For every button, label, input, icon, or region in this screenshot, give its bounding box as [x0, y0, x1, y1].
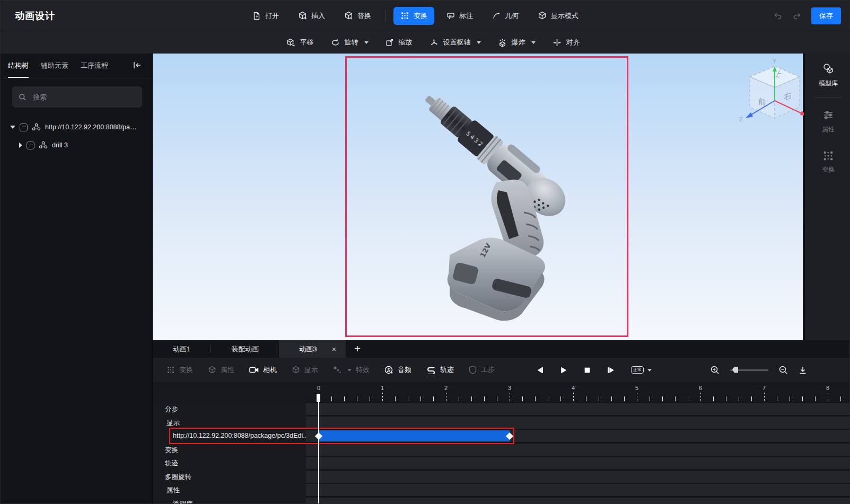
- transform-button[interactable]: 变换: [393, 7, 434, 25]
- view-cube[interactable]: 上 前 右 Y Z X: [735, 56, 814, 130]
- track-multi-rotation[interactable]: 多圈旋转: [153, 470, 850, 484]
- timeline-zoom-slider[interactable]: [730, 369, 768, 371]
- tab-animation-3[interactable]: 动画3 ×: [279, 340, 346, 358]
- zoom-out-icon[interactable]: [779, 366, 788, 375]
- sliders-icon: [822, 109, 835, 121]
- track-display-item[interactable]: http://10.122.92.200:8088/package/pc/3dE…: [153, 429, 850, 443]
- redo-icon[interactable]: [792, 11, 802, 21]
- replace-button[interactable]: 替换: [337, 7, 378, 25]
- ruler-tick: [497, 396, 497, 401]
- set-pivot-button[interactable]: 设置枢轴: [430, 38, 481, 47]
- chevron-down-icon: [364, 41, 369, 44]
- track-display-group[interactable]: 显示: [153, 416, 850, 430]
- tree-item-drill[interactable]: drill 3: [1, 136, 152, 154]
- track-lane[interactable]: [306, 403, 850, 415]
- caret-right-icon[interactable]: [19, 143, 22, 148]
- timeline-ruler[interactable]: 012345678: [153, 382, 850, 402]
- label-tag-icon: [446, 12, 455, 20]
- track-lane[interactable]: [306, 444, 850, 456]
- tl-workstep-button[interactable]: 工步: [469, 365, 495, 375]
- close-tab-icon[interactable]: ×: [331, 344, 336, 353]
- playback-speed-selector[interactable]: 正常: [631, 366, 652, 374]
- track-step[interactable]: 分步: [153, 402, 850, 416]
- geometry-button[interactable]: 几何: [485, 7, 525, 25]
- track-lane[interactable]: [306, 417, 850, 429]
- stop-button[interactable]: [583, 366, 591, 374]
- prev-frame-button[interactable]: [536, 366, 544, 374]
- search-box[interactable]: [12, 86, 142, 108]
- tl-properties-button[interactable]: 属性: [208, 365, 234, 375]
- playhead[interactable]: [318, 394, 319, 504]
- track-properties-group[interactable]: 属性: [153, 483, 850, 497]
- zoom-in-icon[interactable]: [711, 366, 720, 375]
- transform-toolbar: 平移 旋转 缩放 设置枢轴 爆炸 对齐: [1, 31, 849, 54]
- rail-properties[interactable]: 属性: [805, 100, 850, 141]
- explode-button[interactable]: 爆炸: [498, 38, 536, 47]
- keyframe-bar[interactable]: [319, 430, 510, 441]
- track-lane[interactable]: [306, 430, 850, 442]
- rail-model-library[interactable]: 模型库: [805, 54, 850, 95]
- collapse-panel-icon[interactable]: [133, 61, 142, 69]
- timeline-rows: 分步 显示 http://10.122.92.200:8088/package/…: [153, 402, 850, 504]
- checkbox-indeterminate[interactable]: [27, 142, 34, 149]
- scale-button[interactable]: 缩放: [385, 38, 413, 47]
- tl-display-button[interactable]: 显示: [292, 365, 318, 375]
- ruler-label: 8: [826, 385, 829, 391]
- rail-transform[interactable]: 变换: [805, 141, 850, 181]
- track-opacity[interactable]: 透明度: [153, 497, 850, 504]
- structure-tree: http://10.122.92.200:8088/pack... drill …: [1, 118, 152, 154]
- save-button[interactable]: 保存: [811, 7, 841, 24]
- drill-model[interactable]: 5432: [153, 54, 803, 340]
- tab-assembly-animation[interactable]: 装配动画: [211, 340, 279, 358]
- pan-button[interactable]: 平移: [286, 38, 314, 47]
- rotate-icon: [331, 38, 340, 47]
- rail-divider: [814, 97, 842, 98]
- caret-down-icon[interactable]: [10, 126, 15, 129]
- tl-audio-button[interactable]: 音频: [384, 365, 411, 375]
- search-icon: [19, 93, 27, 101]
- ruler-tick: [802, 396, 803, 401]
- track-trajectory[interactable]: 轨迹: [153, 456, 850, 470]
- ruler-tick: [510, 393, 510, 401]
- ruler-label: 2: [444, 385, 448, 391]
- align-button[interactable]: 对齐: [553, 38, 580, 47]
- tab-process-flow[interactable]: 工序流程: [81, 61, 108, 72]
- annotate-button[interactable]: 标注: [440, 7, 480, 25]
- ruler-tick: [751, 396, 752, 401]
- timeline-zoom-controls: [711, 358, 807, 382]
- timeline-toolbar: 变换 属性 相机 显示 特效: [153, 358, 850, 382]
- track-transform[interactable]: 变换: [153, 443, 850, 457]
- tl-camera-button[interactable]: 相机: [249, 365, 277, 375]
- add-tab-button[interactable]: +: [346, 340, 369, 358]
- align-icon: [553, 38, 562, 47]
- tree-item-root[interactable]: http://10.122.92.200:8088/pack...: [1, 118, 152, 136]
- tab-auxiliary-elements[interactable]: 辅助元素: [41, 61, 68, 72]
- insert-button[interactable]: 插入: [291, 7, 332, 25]
- slider-thumb[interactable]: [732, 367, 738, 373]
- undo-icon[interactable]: [773, 11, 783, 21]
- display-mode-button[interactable]: 显示模式: [531, 7, 585, 25]
- pan-cube-icon: [286, 38, 295, 47]
- tl-transform-button[interactable]: 变换: [167, 365, 193, 375]
- transform-dots-icon: [822, 150, 834, 162]
- track-lane[interactable]: [306, 498, 850, 504]
- track-lane[interactable]: [306, 484, 850, 496]
- tree-item-label: http://10.122.92.200:8088/pack...: [45, 123, 138, 131]
- tl-trajectory-button[interactable]: 轨迹: [426, 365, 454, 375]
- tab-animation-1[interactable]: 动画1: [153, 340, 211, 358]
- rotate-button[interactable]: 旋转: [331, 38, 369, 47]
- track-lane[interactable]: [306, 457, 850, 469]
- tab-structure-tree[interactable]: 结构树: [8, 61, 29, 72]
- checkbox-indeterminate[interactable]: [20, 123, 28, 131]
- topbar-right-group: 保存: [773, 1, 841, 31]
- viewport-3d[interactable]: 5432: [153, 54, 803, 340]
- search-input[interactable]: [32, 93, 124, 102]
- file-open-icon: [252, 12, 261, 20]
- next-frame-button[interactable]: [607, 366, 615, 374]
- export-download-icon[interactable]: [799, 366, 807, 375]
- track-lane[interactable]: [306, 471, 850, 483]
- open-button[interactable]: 打开: [246, 7, 286, 25]
- ruler-tick: [713, 396, 714, 401]
- play-button[interactable]: [559, 366, 567, 374]
- tl-effects-button[interactable]: 特效: [333, 365, 370, 375]
